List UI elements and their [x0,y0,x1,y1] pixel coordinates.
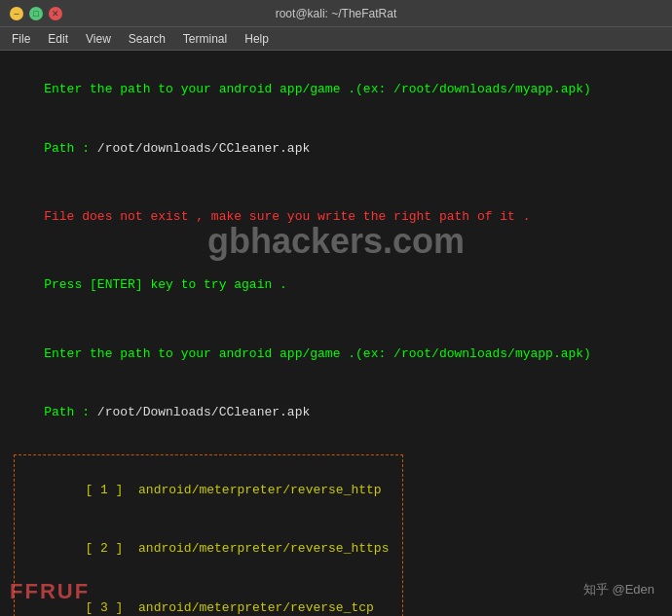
title-bar: – □ ✕ root@kali: ~/TheFatRat [0,0,672,27]
path-line-1: Path : /root/downloads/CCleaner.apk [14,119,658,177]
menu-item-1: [ 1 ] android/meterpreter/reverse_http [24,461,389,520]
prompt-line-2: Enter the path to your android app/game … [14,325,658,383]
path-value-1: /root/downloads/CCleaner.apk [97,141,310,156]
path-value-2: /root/Downloads/CCleaner.apk [97,405,310,419]
path-line-2: Path : /root/Downloads/CCleaner.apk [14,383,658,442]
press-enter-line: Press [ENTER] key to try again . [14,256,658,314]
menu-edit[interactable]: Edit [40,30,76,48]
prompt-line-1: Enter the path to your android app/game … [14,60,658,119]
window-title: root@kali: ~/TheFatRat [68,7,604,20]
watermark-bottom-right: 知乎 @Eden [583,581,654,598]
menu-file[interactable]: File [4,30,38,48]
payload-menu-box: [ 1 ] android/meterpreter/reverse_http [… [14,454,403,616]
menu-item-3: [ 3 ] android/meterpreter/reverse_tcp [24,578,389,616]
menu-view[interactable]: View [78,30,119,48]
menu-terminal[interactable]: Terminal [175,30,235,48]
terminal-area: gbhackers.com Enter the path to your and… [0,51,672,616]
path-label-2: Path : [44,405,97,419]
path-label-1: Path : [44,141,97,156]
menu-bar: File Edit View Search Terminal Help [0,27,672,51]
menu-search[interactable]: Search [121,30,173,48]
maximize-button[interactable]: □ [29,7,43,20]
close-button[interactable]: ✕ [49,7,62,20]
error-line: File does not exist , make sure you writ… [14,188,658,246]
minimize-button[interactable]: – [10,7,23,20]
menu-item-2: [ 2 ] android/meterpreter/reverse_https [24,520,389,578]
menu-help[interactable]: Help [237,30,277,48]
